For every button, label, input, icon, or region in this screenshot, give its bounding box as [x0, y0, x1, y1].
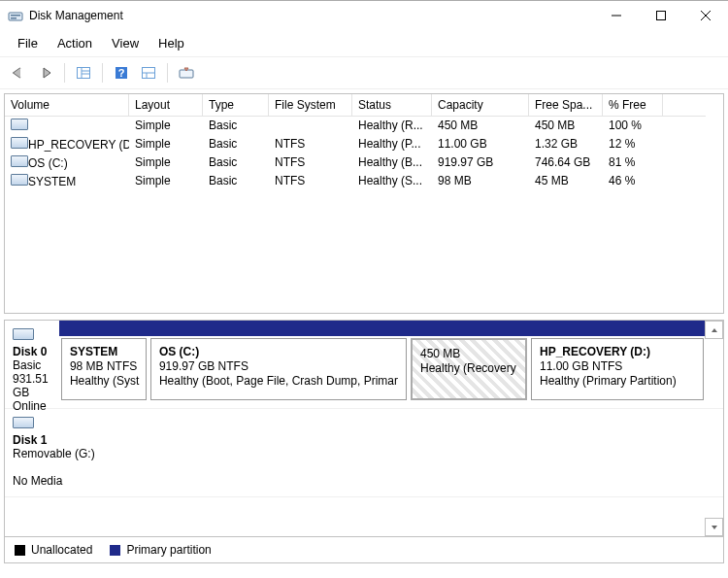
toolbar-settings-button[interactable] [136, 60, 161, 85]
partition-size: 11.00 GB NTFS [540, 359, 695, 373]
col-blank[interactable] [663, 94, 706, 117]
partition-system[interactable]: SYSTEM 98 MB NTFS Healthy (Syst [61, 338, 147, 400]
cell: 12 % [603, 135, 663, 153]
menu-help[interactable]: Help [149, 34, 194, 52]
volume-list-header: Volume Layout Type File System Status Ca… [5, 94, 723, 117]
disk-icon [13, 417, 114, 431]
cell: 46 % [603, 172, 663, 190]
cell: 746.64 GB [529, 153, 603, 172]
volume-name: OS (C:) [28, 156, 68, 170]
partition-size: 919.97 GB NTFS [159, 359, 398, 373]
col-pct[interactable]: % Free [603, 94, 663, 117]
drive-icon [11, 174, 28, 186]
disk-map-inner: Disk 0 Basic 931.51 GB Online SYSTEM 98 … [5, 321, 723, 536]
col-layout[interactable]: Layout [129, 94, 203, 117]
disk-icon [13, 328, 51, 343]
window-buttons [594, 1, 728, 30]
cell: Healthy (B... [352, 153, 432, 172]
partition-size: 450 MB [420, 347, 517, 360]
svg-rect-0 [9, 13, 22, 20]
cell: 98 MB [432, 172, 529, 190]
cell: NTFS [269, 172, 352, 190]
partition-status: Healthy (Boot, Page File, Crash Dump, Pr… [159, 374, 398, 388]
disk-row-blank [5, 497, 723, 536]
col-volume[interactable]: Volume [5, 94, 129, 117]
col-fs[interactable]: File System [269, 94, 352, 117]
svg-rect-2 [11, 17, 17, 19]
partition-status: Healthy (Recovery [420, 361, 517, 375]
disk-label[interactable]: Disk 0 Basic 931.51 GB Online [5, 321, 59, 408]
disk-row-0: Disk 0 Basic 931.51 GB Online SYSTEM 98 … [5, 321, 723, 409]
disk-empty-area [121, 409, 723, 496]
close-button[interactable] [683, 1, 728, 30]
maximize-button[interactable] [639, 1, 683, 30]
volume-row[interactable]: Simple Basic Healthy (R... 450 MB 450 MB… [5, 117, 723, 135]
swatch-unallocated-icon [15, 545, 25, 556]
cell: Simple [129, 153, 203, 172]
toolbar-separator [102, 63, 103, 83]
help-button[interactable]: ? [109, 60, 134, 85]
partition-hp-recovery[interactable]: HP_RECOVERY (D:) 11.00 GB NTFS Healthy (… [531, 338, 704, 400]
drive-icon [11, 119, 28, 130]
menubar: File Action View Help [0, 30, 728, 56]
cell: 450 MB [432, 117, 529, 135]
forward-button[interactable] [33, 60, 58, 85]
cell: Healthy (S... [352, 172, 432, 190]
disk-type: Removable (G:) [13, 447, 114, 460]
toolbar-separator [64, 63, 65, 83]
drive-icon [11, 155, 28, 167]
cell: 919.97 GB [432, 153, 529, 172]
legend: Unallocated Primary partition [4, 537, 724, 563]
partition-recovery[interactable]: 450 MB Healthy (Recovery [411, 338, 527, 400]
volume-row[interactable]: OS (C:) Simple Basic NTFS Healthy (B... … [5, 153, 723, 172]
cell: Basic [203, 135, 269, 153]
cell: 1.32 GB [529, 135, 603, 153]
disk-state: No Media [13, 474, 114, 488]
col-status[interactable]: Status [352, 94, 432, 117]
volume-row[interactable]: HP_RECOVERY (D:) Simple Basic NTFS Healt… [5, 135, 723, 153]
cell: Healthy (R... [352, 117, 432, 135]
cell: NTFS [269, 135, 352, 153]
partition-size: 98 MB NTFS [70, 359, 138, 373]
disk-stripe [59, 321, 706, 336]
scroll-down-button[interactable] [705, 518, 723, 536]
menu-file[interactable]: File [8, 34, 48, 52]
svg-rect-4 [657, 12, 666, 20]
disk-map: Disk 0 Basic 931.51 GB Online SYSTEM 98 … [4, 320, 724, 537]
partition-status: Healthy (Syst [70, 374, 138, 388]
cell: 450 MB [529, 117, 603, 135]
menu-view[interactable]: View [102, 34, 149, 52]
col-free[interactable]: Free Spa... [529, 94, 603, 117]
disk-partitions: SYSTEM 98 MB NTFS Healthy (Syst OS (C:) … [59, 336, 706, 408]
partition-name: OS (C:) [159, 345, 398, 358]
swatch-primary-icon [110, 545, 120, 556]
disk-name: Disk 0 [13, 345, 51, 358]
svg-text:?: ? [118, 67, 125, 79]
volume-name: SYSTEM [28, 175, 76, 188]
app-icon [8, 8, 23, 23]
partition-name: HP_RECOVERY (D:) [540, 345, 695, 358]
cell: 100 % [603, 117, 663, 135]
back-button[interactable] [6, 60, 31, 85]
partition-os[interactable]: OS (C:) 919.97 GB NTFS Healthy (Boot, Pa… [150, 338, 407, 400]
toolbar-action-button[interactable] [174, 60, 199, 85]
toolbar: ? [0, 56, 728, 89]
minimize-button[interactable] [594, 1, 639, 30]
cell: Simple [129, 172, 203, 190]
menu-action[interactable]: Action [48, 34, 102, 52]
cell: Basic [203, 153, 269, 172]
disk-label[interactable]: Disk 1 Removable (G:) No Media [5, 409, 121, 496]
cell: Simple [129, 117, 203, 135]
volume-row[interactable]: SYSTEM Simple Basic NTFS Healthy (S... 9… [5, 172, 723, 190]
volume-list[interactable]: Volume Layout Type File System Status Ca… [4, 93, 724, 314]
col-capacity[interactable]: Capacity [432, 94, 529, 117]
cell: NTFS [269, 153, 352, 172]
show-hide-tree-button[interactable] [71, 60, 96, 85]
disk-type: Basic [13, 358, 51, 372]
toolbar-separator [167, 63, 168, 83]
partition-name: SYSTEM [70, 345, 138, 358]
col-type[interactable]: Type [203, 94, 269, 117]
scroll-up-button[interactable] [705, 321, 723, 339]
disk-size: 931.51 GB [13, 372, 51, 399]
disk-row-1: Disk 1 Removable (G:) No Media [5, 409, 723, 497]
